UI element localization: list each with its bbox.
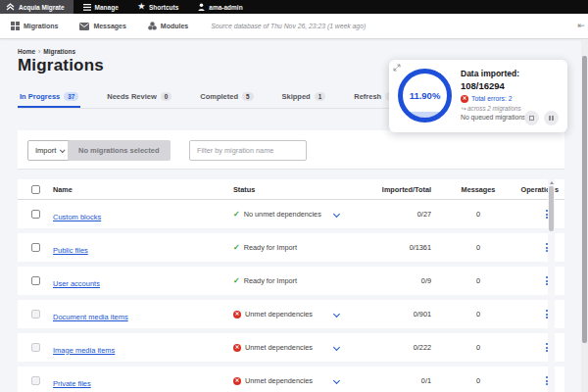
envelope-icon xyxy=(79,23,89,30)
data-imported-label: Data imported: xyxy=(461,69,562,79)
header-messages: Messages xyxy=(439,185,500,194)
modules-icon xyxy=(148,22,157,30)
table-scrollbar[interactable] xyxy=(548,179,555,392)
import-dropdown-button[interactable]: Import xyxy=(27,140,72,161)
imported-total-value: 0/222 xyxy=(376,343,439,352)
status-text: Unmet dependencies xyxy=(245,376,313,385)
star-icon: ★ xyxy=(138,3,145,11)
row-checkbox[interactable] xyxy=(31,276,40,285)
filter-input[interactable] xyxy=(189,140,307,161)
scroll-up-arrow-icon[interactable] xyxy=(550,181,554,184)
status-ok-icon: ✓ xyxy=(233,211,240,219)
chevron-down-icon[interactable] xyxy=(333,344,340,351)
status-text: Unmet dependencies xyxy=(245,343,313,352)
error-icon: ✕ xyxy=(461,95,468,103)
table-row: Custom blocks ✓ ✕ No unmet dependencies … xyxy=(18,200,564,228)
header-imported: Imported/Total xyxy=(376,185,439,194)
table-row: User accounts ✓ ✕ Ready for Import 0/9 0 xyxy=(18,267,564,295)
migrations-table: Name Status Imported/Total Messages Oper… xyxy=(18,179,564,392)
table-header-row: Name Status Imported/Total Messages Oper… xyxy=(18,179,564,200)
status-text: Ready for Import xyxy=(244,276,297,285)
user-menu[interactable]: ama-admin xyxy=(188,0,252,14)
row-checkbox[interactable] xyxy=(31,376,40,385)
selection-status-button[interactable]: No migrations selected xyxy=(68,140,171,161)
imported-total-value: 0/901 xyxy=(376,310,439,318)
shortcuts-menu[interactable]: ★ Shortcuts xyxy=(128,0,189,14)
admin-bar: Acquia Migrate Manage ★ Shortcuts ama-ad… xyxy=(0,0,588,14)
migration-name-link[interactable]: Custom blocks xyxy=(53,213,101,221)
status-ok-icon: ✓ xyxy=(233,277,240,285)
tab-in-progress[interactable]: In Progress 37 xyxy=(18,86,80,108)
main-content: Home›Migrations Migrations In Progress 3… xyxy=(0,39,581,392)
collapse-card-icon[interactable] xyxy=(393,64,401,72)
toolbar-item-migrations[interactable]: Migrations xyxy=(0,14,69,38)
row-checkbox[interactable] xyxy=(31,343,40,352)
tab-completed[interactable]: Completed 5 xyxy=(198,86,255,108)
messages-count: 0 xyxy=(439,243,500,252)
tab-skipped[interactable]: Skipped 1 xyxy=(280,86,328,108)
row-checkbox[interactable] xyxy=(31,310,40,318)
migrations-grid-icon xyxy=(11,22,20,30)
progress-percent: 11.90% xyxy=(410,90,441,101)
secondary-toolbar: Migrations Messages Modules Source datab… xyxy=(0,14,588,39)
controls-panel: Import No migrations selected xyxy=(18,130,564,170)
breadcrumb-home-link[interactable]: Home xyxy=(18,48,35,55)
toolbar-item-modules[interactable]: Modules xyxy=(137,14,199,38)
messages-count: 0 xyxy=(439,343,500,352)
table-row: Image media items ✓ ✕ Unmet dependencies… xyxy=(18,333,564,362)
row-checkbox[interactable] xyxy=(31,210,40,219)
status-error-icon: ✕ xyxy=(233,377,241,385)
tab-count-badge: 1 xyxy=(315,92,326,101)
page-title: Migrations xyxy=(18,56,104,75)
tab-count-badge: 0 xyxy=(161,92,172,101)
migration-name-link[interactable]: Public files xyxy=(53,246,88,255)
migration-name-link[interactable]: Image media items xyxy=(53,346,115,355)
stop-icon xyxy=(529,116,534,121)
migration-name-link[interactable]: Document media items xyxy=(53,313,128,321)
header-status: Status xyxy=(233,185,376,194)
breadcrumb: Home›Migrations xyxy=(18,48,75,55)
table-row: Document media items ✓ ✕ Unmet dependenc… xyxy=(18,300,564,328)
chevron-down-icon[interactable] xyxy=(333,377,340,384)
status-text: No unmet dependencies xyxy=(244,210,321,219)
progress-gauge: 11.90% xyxy=(398,69,452,122)
page-scrollbar-thumb[interactable] xyxy=(582,56,587,343)
chevron-down-icon[interactable] xyxy=(333,211,340,218)
header-name: Name xyxy=(53,185,233,194)
migration-name-link[interactable]: Private files xyxy=(53,379,91,388)
manage-menu[interactable]: Manage xyxy=(74,0,128,14)
status-error-icon: ✕ xyxy=(233,344,241,352)
tab-count-badge: 37 xyxy=(64,92,78,101)
stop-import-button[interactable] xyxy=(524,111,539,125)
table-row: Private files ✓ ✕ Unmet dependencies 0/1… xyxy=(18,367,564,392)
brand-label: Acquia Migrate xyxy=(19,4,65,11)
hamburger-icon xyxy=(83,4,91,11)
row-checkbox[interactable] xyxy=(31,243,40,252)
imported-total-value: 0/1 xyxy=(376,376,439,385)
total-errors-link[interactable]: Total errors: 2 xyxy=(471,95,513,102)
toolbar-item-messages[interactable]: Messages xyxy=(69,14,136,38)
messages-count: 0 xyxy=(439,310,500,318)
user-icon xyxy=(198,3,205,11)
chevron-down-icon[interactable] xyxy=(333,311,340,318)
status-text: Unmet dependencies xyxy=(245,310,313,318)
status-ok-icon: ✓ xyxy=(233,244,240,252)
table-scrollbar-thumb[interactable] xyxy=(549,186,554,231)
collapse-toolbar-icon[interactable]: ⇤ xyxy=(577,21,585,30)
status-error-icon: ✕ xyxy=(233,311,241,318)
tab-needs-review[interactable]: Needs Review 0 xyxy=(105,86,173,108)
redirect-arrow-icon: ↪ xyxy=(461,105,466,112)
tab-count-badge: 5 xyxy=(242,92,254,101)
data-imported-fraction: 108/16294 xyxy=(461,80,562,91)
pause-import-button[interactable] xyxy=(544,111,559,125)
acquia-migrate-brand[interactable]: Acquia Migrate xyxy=(0,0,74,14)
messages-count: 0 xyxy=(439,276,500,285)
imported-total-value: 0/1361 xyxy=(376,243,439,252)
migration-name-link[interactable]: User accounts xyxy=(53,279,100,288)
page-scrollbar[interactable] xyxy=(581,39,588,392)
status-text: Ready for Import xyxy=(244,243,297,252)
select-all-checkbox[interactable] xyxy=(31,185,40,194)
header-operations: Operations xyxy=(500,185,564,194)
chevron-down-icon xyxy=(60,147,66,153)
import-progress-card: 11.90% Data imported: 108/16294 ✕ Total … xyxy=(389,60,567,132)
